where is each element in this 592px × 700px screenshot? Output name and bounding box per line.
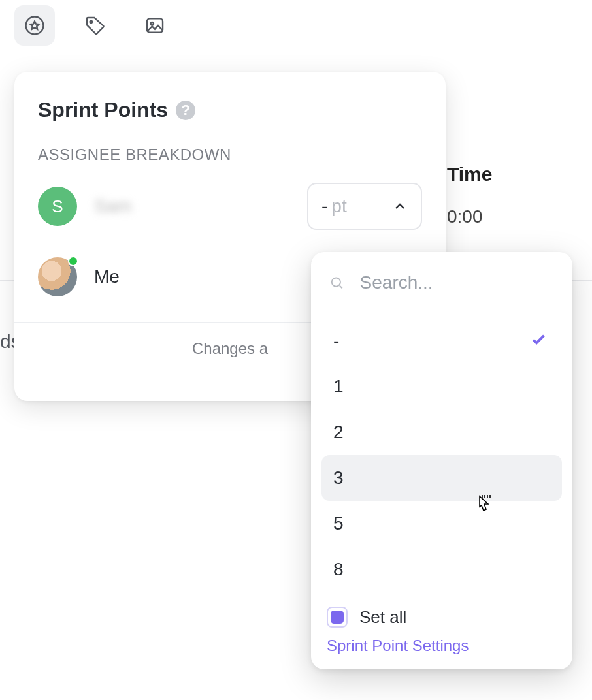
svg-point-4 xyxy=(332,278,340,286)
tags-toolbar-button[interactable] xyxy=(74,5,115,46)
sprint-point-settings-link[interactable]: Sprint Point Settings xyxy=(327,634,557,658)
time-tracked-label: Time xyxy=(447,163,492,185)
dropdown-option-none[interactable]: - xyxy=(321,318,562,364)
set-all-checkbox[interactable] xyxy=(327,607,348,628)
dropdown-search-input[interactable] xyxy=(359,272,554,294)
avatar: S xyxy=(38,187,77,226)
svg-rect-2 xyxy=(147,18,163,32)
points-unit: pt xyxy=(331,196,392,217)
image-icon xyxy=(144,14,166,37)
dropdown-option-5[interactable]: 5 xyxy=(321,501,562,547)
dropdown-option-label: 2 xyxy=(333,422,344,443)
dropdown-option-label: 1 xyxy=(333,376,344,397)
presence-indicator xyxy=(68,256,78,266)
dropdown-list: - 1 2 3 5 8 xyxy=(311,311,572,596)
image-toolbar-button[interactable] xyxy=(135,5,175,46)
dropdown-option-1[interactable]: 1 xyxy=(321,364,562,409)
dropdown-option-label: - xyxy=(333,330,339,351)
help-icon[interactable]: ? xyxy=(176,101,195,120)
dropdown-option-label: 5 xyxy=(333,513,344,534)
assignee-name: Sam xyxy=(94,196,132,217)
popover-title: Sprint Points xyxy=(38,98,168,122)
points-dropdown: - 1 2 3 5 8 Set all Sprint Point Setting… xyxy=(311,252,572,669)
points-value: - xyxy=(321,196,327,217)
dropdown-footer: Set all Sprint Point Settings xyxy=(311,596,572,658)
assignee-name: Me xyxy=(94,266,120,287)
svg-point-0 xyxy=(26,17,44,35)
assignee-breakdown-label: ASSIGNEE BREAKDOWN xyxy=(14,127,446,177)
dropdown-option-label: 3 xyxy=(333,468,344,488)
assignee-row: S Sam - pt xyxy=(14,177,446,236)
dropdown-option-2[interactable]: 2 xyxy=(321,409,562,455)
svg-point-1 xyxy=(90,21,92,23)
svg-point-3 xyxy=(150,22,154,25)
points-selector[interactable]: - pt xyxy=(307,183,422,230)
time-tracked-value: 0:00 xyxy=(447,206,483,227)
sprint-points-toolbar-button[interactable] xyxy=(14,5,55,46)
dropdown-option-label: 8 xyxy=(333,559,344,580)
check-icon xyxy=(528,330,550,352)
set-all-toggle[interactable]: Set all xyxy=(327,604,557,634)
dropdown-option-8[interactable]: 8 xyxy=(321,547,562,592)
dropdown-search-row xyxy=(311,252,572,311)
chevron-up-icon xyxy=(392,199,408,214)
set-all-label: Set all xyxy=(359,607,406,628)
dropdown-option-3[interactable]: 3 xyxy=(321,455,562,501)
search-icon xyxy=(329,274,344,291)
avatar xyxy=(38,257,77,296)
star-badge-icon xyxy=(24,14,46,37)
tag-icon xyxy=(84,14,106,37)
toolbar xyxy=(14,5,175,46)
